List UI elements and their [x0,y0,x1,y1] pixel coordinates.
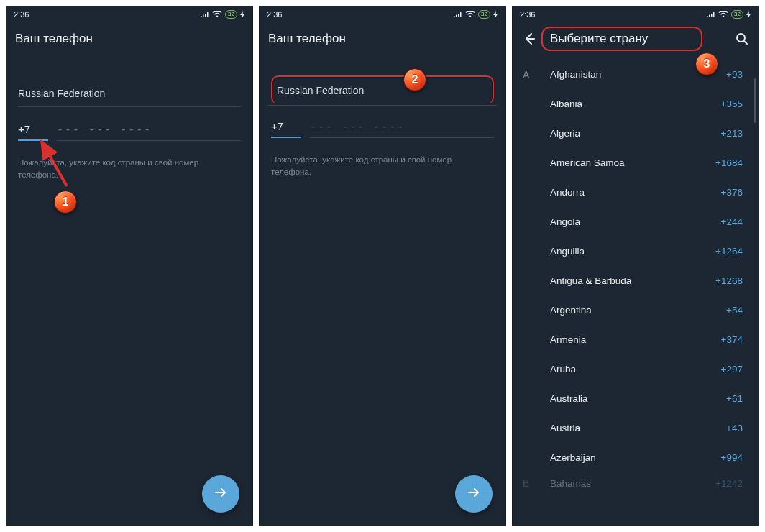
phone-number-input[interactable]: --- --- ---- [57,123,241,141]
country-selector[interactable]: Russian Federation [271,75,494,104]
status-indicators: 32 [200,10,245,19]
section-header: B [523,477,529,489]
next-button[interactable] [202,475,239,513]
country-selector[interactable]: Russian Federation [18,80,241,107]
screen-phone-entry-highlighted: 2:36 32 Ваш телефон Russian Federation +… [259,6,506,526]
status-time: 2:36 [267,10,282,19]
country-row[interactable]: Angola+244 [513,207,759,237]
callout-badge-1: 1 [54,191,77,214]
callout-badge-2: 2 [403,68,426,91]
status-bar: 2:36 32 [6,6,252,22]
battery-indicator: 32 [731,10,743,19]
status-bar: 2:36 32 [513,6,759,22]
page-title: Ваш телефон [15,32,93,46]
country-row[interactable]: Aruba+297 [513,354,759,384]
country-list[interactable]: A Afghanistan +93 Albania+355 Algeria+21… [513,60,759,494]
wifi-icon [212,11,222,18]
country-row[interactable]: Argentina+54 [513,295,759,325]
country-code-input[interactable]: +7 [271,120,301,138]
search-button[interactable] [734,31,750,47]
country-code-input[interactable]: +7 [18,123,48,141]
country-row[interactable]: Azerbaijan+994 [513,443,759,472]
scrollbar-thumb[interactable] [754,78,756,123]
hint-text: Пожалуйста, укажите код страны и свой но… [18,157,212,180]
signal-icon [706,12,715,18]
app-bar: Ваш телефон [260,22,505,55]
charging-icon [493,11,498,19]
title-highlight [541,27,702,51]
battery-indicator: 32 [478,10,490,19]
next-button[interactable] [455,475,493,513]
country-row[interactable]: Anguilla+1264 [513,237,759,266]
country-row[interactable]: Austria+43 [513,413,759,443]
country-row[interactable]: A Afghanistan +93 [513,60,759,89]
status-indicators: 32 [453,10,498,19]
back-button[interactable] [521,31,537,47]
svg-line-3 [744,41,747,44]
screen-country-picker: 2:36 32 Выберите страну 3 A Afghanistan [512,6,759,526]
wifi-icon [465,11,475,18]
status-bar: 2:36 32 [260,6,505,22]
country-row[interactable]: Armenia+374 [513,325,759,354]
status-time: 2:36 [520,10,535,19]
country-row[interactable]: Albania+355 [513,89,759,119]
hint-text: Пожалуйста, укажите код страны и свой но… [271,154,465,178]
country-row[interactable]: Andorra+376 [513,178,759,207]
country-row[interactable]: Australia+61 [513,384,759,413]
page-title: Ваш телефон [268,32,346,46]
battery-indicator: 32 [225,10,237,19]
country-row[interactable]: Antigua & Barbuda+1268 [513,266,759,295]
country-name: Russian Federation [277,85,364,96]
charging-icon [746,11,751,19]
country-name: Russian Federation [18,88,105,99]
status-time: 2:36 [14,10,29,19]
phone-number-input[interactable]: --- --- ---- [310,120,494,138]
status-indicators: 32 [706,10,751,19]
country-row[interactable]: B Bahamas +1242 [513,472,759,494]
country-row[interactable]: Algeria+213 [513,119,759,148]
country-row[interactable]: American Samoa+1684 [513,148,759,178]
screen-phone-entry: 2:36 32 Ваш телефон Russian Federation +… [6,6,253,526]
wifi-icon [718,11,728,18]
charging-icon [240,11,245,19]
signal-icon [453,12,462,18]
app-bar: Ваш телефон [6,22,252,55]
signal-icon [200,12,209,18]
arrow-right-icon [213,485,229,503]
arrow-right-icon [466,485,482,503]
section-header: A [523,69,529,81]
